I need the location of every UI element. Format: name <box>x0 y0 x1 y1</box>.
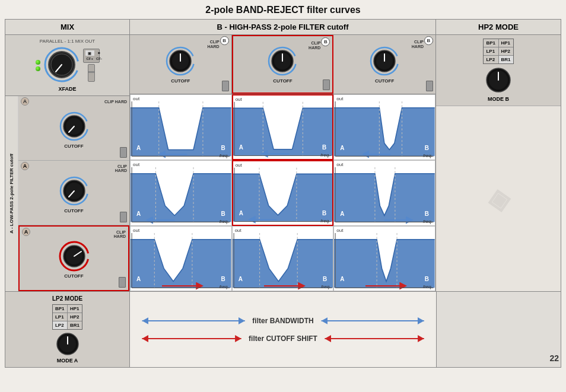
freq-label-r1c1: freq. <box>220 153 229 158</box>
svg-marker-52 <box>233 174 333 221</box>
b-knob-3[interactable] <box>369 46 400 78</box>
b-marker-2: B <box>321 37 330 46</box>
chart-r2c1: out freq. A B <box>130 160 232 226</box>
svg-marker-34 <box>233 108 333 155</box>
freq-label-r3c2: freq. <box>321 284 330 289</box>
a-label-r1c3: A <box>340 145 344 151</box>
left-row3-cutoff-label: CUTOFF <box>64 273 83 279</box>
lp2-mode-lp2[interactable]: LP2 <box>53 321 67 329</box>
led-green-1 <box>36 60 40 65</box>
hp2-mode-knob[interactable] <box>485 66 512 95</box>
lp2-mode-selector[interactable]: BP1 HP1 LP1 HP2 LP2 BR1 <box>52 304 82 330</box>
freq-label-r2c1: freq. <box>220 219 229 224</box>
b-label-r1c1: B <box>221 145 225 151</box>
lp2-mode-knob[interactable] <box>56 332 80 357</box>
lp2-mode-a-label: MODE A <box>57 358 78 364</box>
b-knob-2-clip-hard: CLIPHARD <box>309 41 320 50</box>
left-row2-clip-hard: CLIPHARD <box>115 164 127 173</box>
b-marker-1: B <box>220 36 229 45</box>
header-hp2-mode: HP2 MODE <box>436 20 561 34</box>
a-label-r3c3: A <box>340 276 344 282</box>
b-label-r3c2: B <box>323 276 327 282</box>
b-label-r2c3: B <box>425 211 429 217</box>
b-label-r3c3: B <box>425 276 429 282</box>
svg-marker-46 <box>131 174 231 222</box>
led-green-2 <box>36 66 40 71</box>
chart-r3c2: out freq. A B <box>232 226 334 292</box>
out-label-r3c1: out <box>133 228 139 233</box>
left-row1-fader[interactable] <box>120 147 127 158</box>
left-row1-cutoff-label: CUTOFF <box>64 144 83 149</box>
left-row1-label: A <box>21 97 29 106</box>
left-row2-knob[interactable] <box>59 176 90 208</box>
left-row3-fader[interactable] <box>119 277 126 288</box>
a-label-r2c3: A <box>340 211 344 217</box>
freq-label-r1c2: freq. <box>320 152 330 158</box>
left-row3-a-badge: A <box>22 228 30 236</box>
svg-marker-76 <box>334 239 435 288</box>
out-label-r3c2: out <box>235 228 241 233</box>
left-row3-clip-hard: CLIPHARD <box>114 230 126 239</box>
b-marker-3: B <box>424 36 433 45</box>
chart-r1c1: out freq. A B <box>130 94 232 160</box>
b-knob-1-fader[interactable] <box>222 81 229 91</box>
hp2-mode-bottom <box>436 292 561 367</box>
b-knob-1[interactable] <box>165 46 196 78</box>
hp2-mode-b-label: MODE B <box>488 96 509 102</box>
b-knob-2[interactable] <box>267 46 298 78</box>
mode-hp1[interactable]: HP1 <box>499 39 513 47</box>
b-label-r3c1: B <box>221 276 225 282</box>
mode-bp1[interactable]: BP1 <box>484 39 498 47</box>
chart-r1c2: out freq. A B <box>232 94 334 160</box>
out-label-r1c3: out <box>336 96 343 101</box>
cutoff-shift-label: filter CUTOFF SHIFT <box>249 334 317 343</box>
mode-lp2[interactable]: LP2 <box>484 56 498 63</box>
out-label-r2c3: out <box>336 162 343 167</box>
chart-r1c3: out freq. A B <box>333 94 435 160</box>
mode-br1[interactable]: BR1 <box>499 56 513 63</box>
mix-label: PARALLEL - 1:1 MIX OUT <box>9 39 126 44</box>
left-row2-cutoff-label: CUTOFF <box>64 208 83 213</box>
a-label-r1c1: A <box>136 145 141 151</box>
b-knob-3-clip-hard: CLIPHARD <box>412 40 424 49</box>
b-knob-1-clip-hard: CLIPHARD <box>207 40 219 49</box>
filter-labels-area: filter BANDWIDTH <box>130 292 436 367</box>
xfade-knob[interactable] <box>43 46 81 85</box>
out-label-r1c1: out <box>133 96 139 101</box>
b-knob-3-fader[interactable] <box>426 81 433 91</box>
mode-hp2[interactable]: HP2 <box>499 47 513 55</box>
freq-label-r2c2: freq. <box>320 218 330 224</box>
lp2-mode-lp1[interactable]: LP1 <box>53 313 67 321</box>
chart-r3c3: out freq. A B <box>333 226 435 292</box>
left-row1-knob[interactable] <box>59 111 90 143</box>
mode-lp1[interactable]: LP1 <box>484 47 498 55</box>
lp2-mode-hp2[interactable]: HP2 <box>68 313 82 321</box>
b-knob-3-cutoff-label: CUTOFF <box>375 78 394 84</box>
out-label-r3c3: out <box>336 228 343 233</box>
out-label-r2c1: out <box>133 162 139 167</box>
lp2-mode-label: LP2 MODE <box>52 295 82 302</box>
hp2-mode-selector[interactable]: BP1 HP1 LP1 HP2 LP2 BR1 <box>483 39 513 64</box>
page-number: 22 <box>549 353 559 363</box>
lp2-mode-section: LP2 MODE BP1 HP1 LP1 HP2 LP2 BR1 MODE A <box>5 292 130 367</box>
xfade-label: XFADE <box>9 86 126 92</box>
lp2-mode-hp1[interactable]: HP1 <box>68 305 82 313</box>
out-label-r1c2: out <box>236 97 242 102</box>
chart-r2c3: out freq. A B <box>333 160 435 226</box>
left-row3-knob[interactable] <box>59 241 90 273</box>
mix-selector[interactable]: ▣ ■ CF+ CF- <box>83 49 100 63</box>
svg-marker-70 <box>233 239 333 288</box>
header-mix: MIX <box>5 20 130 34</box>
svg-marker-28 <box>131 108 231 157</box>
b-knob-1-cutoff-label: CUTOFF <box>171 78 190 84</box>
b-knob-2-fader[interactable] <box>323 79 330 90</box>
lp2-mode-bp1[interactable]: BP1 <box>53 305 67 313</box>
a-lowpass-label: A - LOW-PASS 2-pole FILTER cutoff <box>9 154 15 234</box>
lp2-mode-br1[interactable]: BR1 <box>68 321 82 329</box>
left-row2-fader[interactable] <box>120 212 127 222</box>
mix-fader[interactable] <box>88 64 95 82</box>
b-label-r1c2: B <box>322 144 326 151</box>
chart-r2c2: out freq. A B <box>232 160 334 226</box>
chart-r3c1: out freq. A B <box>130 226 232 292</box>
freq-label-r3c1: freq. <box>220 284 229 289</box>
